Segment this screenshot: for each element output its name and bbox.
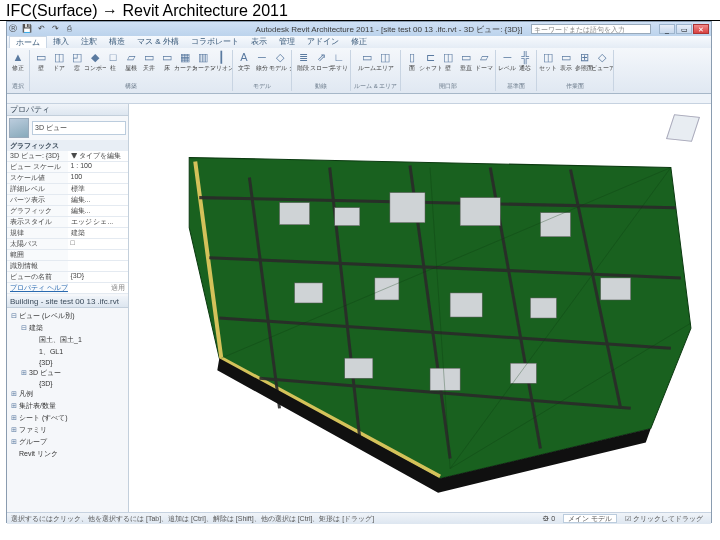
viewcube[interactable] <box>665 110 701 146</box>
tree-node[interactable]: ⊞凡例 <box>9 388 126 400</box>
tree-node[interactable]: ⊞3D ビュー <box>9 367 126 379</box>
property-value[interactable]: 建築 <box>68 228 129 238</box>
ribbon-tab[interactable]: 表示 <box>245 36 273 48</box>
project-browser-tree[interactable]: ⊟ビュー (レベル別)⊟建築国土、国土_11、GL1{3D}⊞3D ビュー{3D… <box>7 308 128 512</box>
ribbon-button[interactable]: ◇モデル グループ <box>272 50 288 76</box>
tree-twisty-icon[interactable]: ⊞ <box>11 414 19 422</box>
ribbon-button[interactable]: ▱屋根 <box>123 50 139 76</box>
tree-node[interactable]: Revit リンク <box>9 448 126 460</box>
maximize-button[interactable]: ▭ <box>676 24 692 34</box>
ribbon-button[interactable]: ▭壁 <box>33 50 49 76</box>
ribbon-button[interactable]: ▭床 <box>159 50 175 76</box>
ribbon-button[interactable]: ▦カーテン システム <box>177 50 193 76</box>
tree-node[interactable]: ⊞グループ <box>9 436 126 448</box>
ribbon-tab[interactable]: コラボレート <box>185 36 245 48</box>
property-row[interactable]: 識別情報 <box>7 261 128 272</box>
ribbon-button[interactable]: ▯面 <box>404 50 420 76</box>
tree-twisty-icon[interactable]: ⊞ <box>11 426 19 434</box>
properties-type-selector[interactable]: 3D ビュー <box>7 116 128 140</box>
tree-node[interactable]: ⊞ファミリ <box>9 424 126 436</box>
ribbon-button[interactable]: ▭表示 <box>558 50 574 76</box>
minimize-button[interactable]: _ <box>659 24 675 34</box>
ribbon-button[interactable]: ◆コンポーネント <box>87 50 103 76</box>
property-value[interactable]: 標準 <box>68 184 129 194</box>
tree-node[interactable]: 国土、国土_1 <box>9 334 126 346</box>
app-menu-icon[interactable]: Ⓡ <box>7 24 19 34</box>
ribbon-button[interactable]: ◫エリア <box>377 50 393 76</box>
ribbon-button[interactable]: ⊏シャフト <box>422 50 438 76</box>
property-value[interactable]: □ <box>68 239 129 249</box>
ribbon-button[interactable]: ▭天井 <box>141 50 157 76</box>
ribbon-button[interactable]: A文字 <box>236 50 252 76</box>
ribbon-button[interactable]: ▲修正 <box>10 50 26 76</box>
tree-node[interactable]: {3D} <box>9 379 126 388</box>
property-value[interactable]: 編集... <box>68 206 129 216</box>
site-model[interactable] <box>129 104 711 512</box>
help-search-input[interactable]: キーワードまたは語句を入力 <box>531 24 651 34</box>
ribbon-button[interactable]: ◰窓 <box>69 50 85 76</box>
property-row[interactable]: 範囲 <box>7 250 128 261</box>
property-value[interactable]: 編集... <box>68 195 129 205</box>
property-row[interactable]: 詳細レベル標準 <box>7 184 128 195</box>
property-value[interactable]: 1 : 100 <box>68 162 129 172</box>
viewcube-face[interactable] <box>666 114 700 142</box>
ribbon-tab[interactable]: 注釈 <box>75 36 103 48</box>
ribbon-button[interactable]: ▭ルーム <box>359 50 375 76</box>
ribbon-button[interactable]: ◫ドア <box>51 50 67 76</box>
ribbon-button[interactable]: ╬通芯 <box>517 50 533 76</box>
drawing-viewport[interactable] <box>129 104 711 512</box>
print-icon[interactable]: ⎙ <box>64 24 76 34</box>
property-row[interactable]: 3D ビュー: {3D}⯆ タイプを編集 <box>7 151 128 162</box>
ribbon-tab[interactable]: 構造 <box>103 36 131 48</box>
tree-twisty-icon[interactable]: ⊞ <box>21 369 29 377</box>
properties-apply-button[interactable]: 適用 <box>68 283 129 293</box>
tree-node[interactable]: ⊞シート (すべて) <box>9 412 126 424</box>
tree-node[interactable]: ⊟建築 <box>9 322 126 334</box>
status-zoom[interactable]: ⯐ 0 <box>542 515 555 522</box>
ribbon-tab[interactable]: アドイン <box>301 36 345 48</box>
property-row[interactable]: ビューの名前{3D} <box>7 272 128 283</box>
property-value[interactable]: {3D} <box>68 272 129 282</box>
property-row[interactable]: ビュー スケール1 : 100 <box>7 162 128 173</box>
property-row[interactable]: 規律建築 <box>7 228 128 239</box>
close-button[interactable]: ✕ <box>693 24 709 34</box>
tree-twisty-icon[interactable]: ⊟ <box>11 312 19 320</box>
tree-twisty-icon[interactable]: ⊞ <box>11 390 19 398</box>
tree-twisty-icon[interactable]: ⊟ <box>21 324 29 332</box>
ribbon-button[interactable]: ▭垂直 <box>458 50 474 76</box>
type-selector-dropdown[interactable]: 3D ビュー <box>32 121 126 135</box>
ribbon-button[interactable]: ─レベル <box>499 50 515 76</box>
status-model-button[interactable]: メイン モデル <box>563 514 617 523</box>
ribbon-button[interactable]: ─線分 <box>254 50 270 76</box>
property-row[interactable]: 太陽パス□ <box>7 239 128 250</box>
property-value[interactable] <box>68 261 129 271</box>
tree-node[interactable]: ⊞集計表/数量 <box>9 400 126 412</box>
tree-node[interactable]: {3D} <box>9 358 126 367</box>
property-row[interactable]: 表示スタイルエッジ シェ... <box>7 217 128 228</box>
ribbon-tab[interactable]: 修正 <box>345 36 373 48</box>
property-value[interactable]: エッジ シェ... <box>68 217 129 227</box>
ribbon-tab[interactable]: マス & 外構 <box>131 36 185 48</box>
tree-node[interactable]: ⊟ビュー (レベル別) <box>9 310 126 322</box>
property-value[interactable]: ⯆ タイプを編集 <box>68 151 129 161</box>
qat[interactable]: Ⓡ 💾 ↶ ↷ ⎙ <box>7 24 76 34</box>
ribbon-button[interactable]: ⊞参照面 <box>576 50 592 76</box>
options-bar[interactable] <box>7 94 711 104</box>
ribbon-button[interactable]: ⇗スロープ <box>313 50 329 76</box>
ribbon-button[interactable]: □柱 <box>105 50 121 76</box>
properties-help-link[interactable]: プロパティ ヘルプ <box>7 283 68 293</box>
property-value[interactable]: 100 <box>68 173 129 183</box>
tree-node[interactable]: 1、GL1 <box>9 346 126 358</box>
property-row[interactable]: グラフィック編集... <box>7 206 128 217</box>
tree-twisty-icon[interactable]: ⊞ <box>11 438 19 446</box>
property-value[interactable] <box>68 250 129 260</box>
ribbon-tab[interactable]: ホーム <box>9 36 47 48</box>
ribbon-button[interactable]: ▥カーテン グリッド <box>195 50 211 76</box>
ribbon-button[interactable]: ▱ドーマ <box>476 50 492 76</box>
redo-icon[interactable]: ↷ <box>50 24 62 34</box>
property-row[interactable]: パーツ表示編集... <box>7 195 128 206</box>
ribbon-tab[interactable]: 挿入 <box>47 36 75 48</box>
ribbon-button[interactable]: ≣階段 <box>295 50 311 76</box>
ribbon-button[interactable]: ┃マリオン <box>213 50 229 76</box>
ribbon-button[interactable]: ◫セット <box>540 50 556 76</box>
